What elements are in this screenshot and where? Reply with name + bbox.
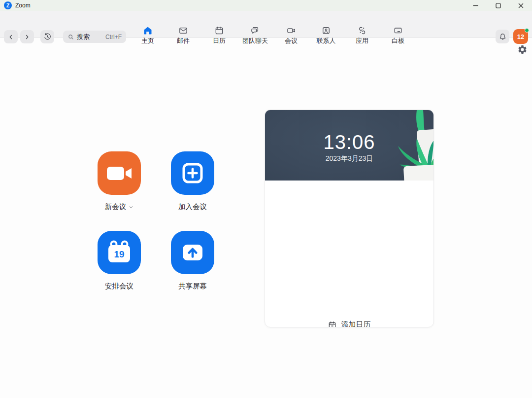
tab-label: 日历	[213, 36, 226, 45]
plus-box-icon	[171, 151, 214, 195]
calendar-19-icon: 19	[98, 231, 141, 274]
search-input[interactable]: 搜索 Ctrl+F	[63, 31, 126, 43]
chevron-left-icon	[7, 34, 14, 40]
toolbar: 搜索 Ctrl+F 主页 邮件 日历	[0, 11, 532, 38]
share-screen-button[interactable]: 共享屏幕	[166, 231, 220, 291]
search-icon	[67, 34, 74, 40]
action-label: 共享屏幕	[178, 282, 207, 291]
close-icon	[518, 3, 524, 8]
card-body: 添加日历	[265, 181, 433, 327]
tab-team-chat[interactable]: 团队聊天	[235, 26, 275, 46]
new-meeting-button[interactable]: 新会议	[92, 151, 146, 212]
tab-apps[interactable]: 应用	[346, 26, 378, 46]
bell-icon	[499, 33, 507, 41]
tab-meetings[interactable]: 会议	[275, 26, 307, 46]
tab-label: 邮件	[177, 36, 190, 45]
maximize-icon	[496, 3, 501, 8]
tab-label: 白板	[392, 36, 404, 45]
home-icon	[143, 26, 153, 36]
close-button[interactable]	[509, 0, 532, 11]
forward-button[interactable]	[20, 30, 34, 43]
search-placeholder: 搜索	[77, 33, 90, 41]
add-calendar-button[interactable]: 添加日历	[328, 320, 371, 327]
video-camera-icon	[98, 151, 141, 195]
up-arrow-box-icon	[171, 231, 214, 274]
join-meeting-button[interactable]: 加入会议	[166, 151, 220, 212]
chevron-down-icon[interactable]	[129, 205, 133, 210]
mail-icon	[178, 26, 188, 36]
tab-label: 联系人	[317, 36, 336, 45]
action-label: 加入会议	[178, 202, 207, 212]
zoom-window: Z Zoom	[0, 0, 532, 398]
clock-date: 2023年3月23日	[326, 154, 373, 163]
contacts-icon	[321, 26, 331, 36]
chevron-right-icon	[24, 34, 31, 40]
tab-whiteboard[interactable]: 白板	[382, 26, 414, 46]
add-calendar-label: 添加日历	[341, 320, 371, 327]
titlebar-left: Z Zoom	[0, 1, 31, 9]
presence-dot-icon	[525, 28, 529, 33]
avatar-badge: 12	[517, 33, 524, 40]
calendar-icon	[214, 26, 224, 36]
settings-button[interactable]	[517, 44, 528, 55]
search-shortcut: Ctrl+F	[105, 34, 122, 40]
notifications-button[interactable]	[496, 30, 509, 43]
gear-icon	[517, 44, 528, 55]
team-chat-icon	[250, 26, 260, 36]
add-calendar-icon	[328, 321, 337, 328]
maximize-button[interactable]	[487, 0, 509, 11]
tab-label: 主页	[141, 36, 154, 45]
tab-label: 应用	[356, 36, 368, 45]
tab-contacts[interactable]: 联系人	[308, 26, 344, 46]
tab-label: 团队聊天	[242, 36, 268, 45]
profile-avatar[interactable]: 12	[513, 29, 528, 44]
whiteboard-icon	[393, 26, 403, 36]
share-screen-icon	[171, 231, 214, 274]
app-title: Zoom	[15, 2, 31, 9]
plant-illustration-icon	[374, 110, 433, 181]
tab-calendar[interactable]: 日历	[203, 26, 235, 46]
history-icon	[43, 33, 52, 41]
schedule-meeting-button[interactable]: 19 安排会议	[92, 231, 146, 291]
schedule-meeting-icon: 19	[98, 231, 141, 274]
meetings-panel-card: 13:06 2023年3月23日 添加日历	[265, 109, 434, 327]
minimize-button[interactable]	[464, 0, 487, 11]
back-button[interactable]	[4, 30, 18, 43]
join-meeting-icon	[171, 151, 214, 195]
tab-home[interactable]: 主页	[132, 26, 164, 46]
window-controls	[464, 0, 532, 11]
tab-label: 会议	[285, 36, 298, 45]
titlebar: Z Zoom	[0, 0, 532, 11]
clock-time: 13:06	[323, 132, 375, 152]
history-button[interactable]	[40, 30, 54, 43]
meetings-icon	[286, 26, 296, 36]
clock-header: 13:06 2023年3月23日	[265, 110, 433, 181]
new-meeting-icon	[98, 151, 141, 195]
calendar-day-number: 19	[114, 249, 124, 259]
action-label: 新会议	[105, 202, 127, 212]
tab-mail[interactable]: 邮件	[167, 26, 199, 46]
action-label: 安排会议	[105, 282, 133, 291]
apps-icon	[357, 26, 367, 36]
zoom-logo-icon: Z	[4, 1, 12, 9]
minimize-icon	[473, 3, 478, 8]
